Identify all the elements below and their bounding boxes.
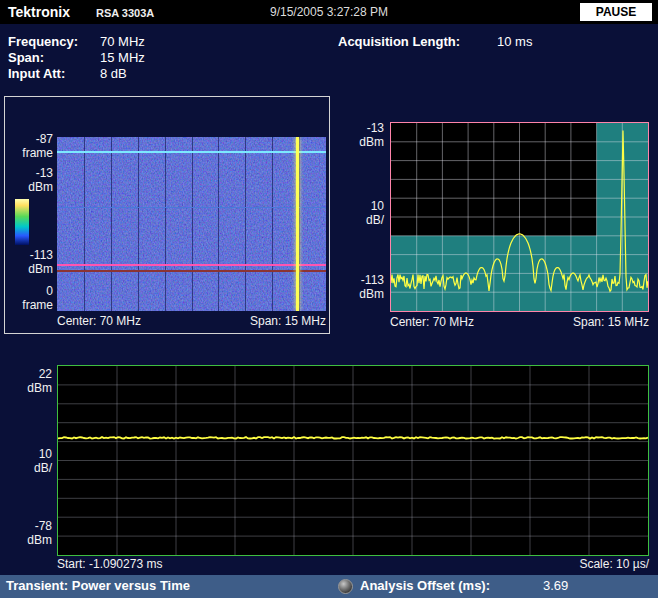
analysis-busy-icon <box>338 579 353 594</box>
analysis-offset-label: Analysis Offset (ms): <box>360 579 490 593</box>
time-trace-canvas <box>58 366 648 555</box>
spectrum-trace-canvas <box>391 123 648 311</box>
frequency-label: Frequency: <box>8 35 78 49</box>
spectrogram-grid-line <box>218 137 219 311</box>
input-att-value: 8 dB <box>100 67 127 81</box>
frequency-value: 70 MHz <box>100 35 145 49</box>
spectrum-per-div-unit: dB/ <box>336 214 384 227</box>
time-footer: Start: -1.090273 ms Scale: 10 µs/ <box>57 558 649 571</box>
acquisition-length-label: Acquisition Length: <box>338 35 460 49</box>
power-vs-time-trace <box>58 437 648 439</box>
color-scale-bottom-unit: dBm <box>7 263 53 276</box>
color-scale-top-value: -13 <box>7 167 53 180</box>
spectrogram-bitmap <box>57 137 326 311</box>
time-plot <box>57 365 649 556</box>
color-scale-bottom-value: -113 <box>7 249 53 262</box>
settings-panel: Frequency: 70 MHz Span: 15 MHz Input Att… <box>0 24 658 92</box>
time-ref-top-value: 22 <box>4 368 52 381</box>
color-scale-gradient <box>15 199 29 245</box>
spectrogram-bottom-frame-word: frame <box>7 299 53 312</box>
datetime-label: 9/15/2005 3:27:28 PM <box>0 5 658 19</box>
time-axis-labels: 22 dBm 10 dB/ -78 dBm <box>4 365 54 556</box>
time-per-div-unit: dB/ <box>4 462 52 475</box>
spectrum-span-label: Span: 15 MHz <box>573 316 649 329</box>
spectrogram-bottom-frame-value: 0 <box>7 285 53 298</box>
time-per-div-value: 10 <box>4 448 52 461</box>
spectrum-ref-bottom-value: -113 <box>336 274 384 287</box>
analyzer-screen: Tektronix RSA 3303A 9/15/2005 3:27:28 PM… <box>0 0 658 598</box>
spectrogram-center-label: Center: 70 MHz <box>57 315 141 328</box>
spectrogram-top-frame-value: -87 <box>7 133 53 146</box>
spectrogram-marker-line <box>57 207 326 208</box>
spectrogram-grid-line <box>165 137 166 311</box>
analysis-offset-value[interactable]: 3.69 <box>543 579 568 593</box>
time-ref-bottom-value: -78 <box>4 520 52 533</box>
spectrogram-top-frame-word: frame <box>7 147 53 160</box>
time-start-label: Start: -1.090273 ms <box>57 558 162 571</box>
spectrogram-marker-line <box>57 264 326 266</box>
spectrogram-grid-line <box>138 137 139 311</box>
acquisition-length-value: 10 ms <box>497 35 532 49</box>
spectrogram-view: -87 frame -13 dBm -113 dBm 0 frame Cente… <box>4 96 330 334</box>
color-scale-top-unit: dBm <box>7 181 53 194</box>
title-bar: Tektronix RSA 3303A 9/15/2005 3:27:28 PM… <box>0 0 658 24</box>
span-value: 15 MHz <box>100 51 145 65</box>
spectrum-ref-top-unit: dBm <box>336 136 384 149</box>
spectrogram-marker-line <box>57 270 326 272</box>
spectrogram-footer: Center: 70 MHz Span: 15 MHz <box>57 315 326 328</box>
spectrogram-marker-line <box>57 151 326 153</box>
spectrogram-span-label: Span: 15 MHz <box>250 315 326 328</box>
span-label: Span: <box>8 51 44 65</box>
spectrogram-grid-line <box>84 137 85 311</box>
time-ref-top-unit: dBm <box>4 382 52 395</box>
status-bar: Transient: Power versus Time Analysis Of… <box>0 575 658 598</box>
spectrum-per-div-value: 10 <box>336 200 384 213</box>
spectrogram-grid-line <box>245 137 246 311</box>
spectrogram-grid-line <box>192 137 193 311</box>
input-att-label: Input Att: <box>8 67 65 81</box>
spectrum-axis-labels: -13 dBm 10 dB/ -113 dBm <box>336 96 386 312</box>
spectrum-plot <box>390 122 649 312</box>
time-scale-label: Scale: 10 µs/ <box>579 558 649 571</box>
time-ref-bottom-unit: dBm <box>4 534 52 547</box>
spectrogram-grid-line <box>111 137 112 311</box>
spectrum-ref-bottom-unit: dBm <box>336 288 384 301</box>
mode-status-text: Transient: Power versus Time <box>6 579 190 593</box>
spectrum-center-label: Center: 70 MHz <box>390 316 474 329</box>
spectrum-footer: Center: 70 MHz Span: 15 MHz <box>390 316 649 329</box>
pause-button[interactable]: PAUSE <box>580 3 652 21</box>
spectrogram-grid-line <box>299 137 300 311</box>
spectrogram-signal-line <box>296 137 299 311</box>
spectrum-ref-top-value: -13 <box>336 122 384 135</box>
spectrogram-grid-line <box>272 137 273 311</box>
